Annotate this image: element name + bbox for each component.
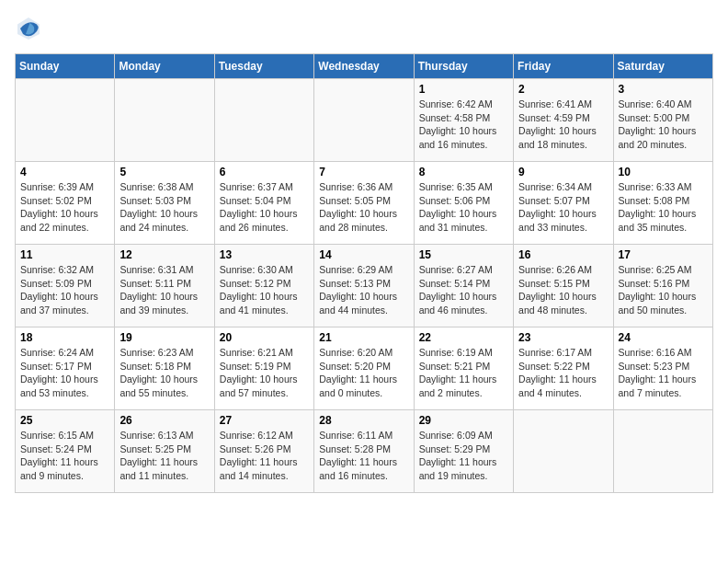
day-info: Sunrise: 6:29 AM Sunset: 5:13 PM Dayligh… (319, 263, 408, 317)
day-number: 24 (619, 331, 708, 344)
day-info: Sunrise: 6:36 AM Sunset: 5:05 PM Dayligh… (319, 180, 408, 235)
calendar-cell (16, 79, 115, 162)
calendar-cell: 19Sunrise: 6:23 AM Sunset: 5:18 PM Dayli… (115, 327, 214, 410)
day-number: 27 (220, 414, 309, 427)
calendar-cell: 26Sunrise: 6:13 AM Sunset: 5:25 PM Dayli… (115, 410, 214, 493)
calendar-header-tuesday: Tuesday (214, 54, 313, 79)
calendar-cell (214, 79, 313, 162)
calendar-header-row: SundayMondayTuesdayWednesdayThursdayFrid… (16, 54, 713, 79)
day-info: Sunrise: 6:17 AM Sunset: 5:22 PM Dayligh… (518, 346, 608, 400)
day-number: 14 (319, 248, 408, 261)
calendar-cell: 6Sunrise: 6:37 AM Sunset: 5:04 PM Daylig… (214, 162, 313, 245)
day-info: Sunrise: 6:35 AM Sunset: 5:06 PM Dayligh… (419, 180, 508, 235)
day-number: 20 (220, 331, 309, 344)
calendar-week-row: 4Sunrise: 6:39 AM Sunset: 5:02 PM Daylig… (16, 162, 713, 245)
day-info: Sunrise: 6:42 AM Sunset: 4:58 PM Dayligh… (419, 98, 508, 152)
day-number: 8 (419, 166, 508, 178)
calendar-cell: 2Sunrise: 6:41 AM Sunset: 4:59 PM Daylig… (514, 79, 613, 162)
day-info: Sunrise: 6:31 AM Sunset: 5:11 PM Dayligh… (119, 263, 209, 317)
calendar-cell: 4Sunrise: 6:39 AM Sunset: 5:02 PM Daylig… (16, 162, 115, 245)
calendar-header-thursday: Thursday (414, 54, 513, 79)
day-info: Sunrise: 6:41 AM Sunset: 4:59 PM Dayligh… (518, 98, 608, 152)
day-number: 23 (518, 331, 608, 344)
day-info: Sunrise: 6:16 AM Sunset: 5:23 PM Dayligh… (619, 346, 708, 400)
calendar-cell: 8Sunrise: 6:35 AM Sunset: 5:06 PM Daylig… (414, 162, 513, 245)
calendar-cell: 13Sunrise: 6:30 AM Sunset: 5:12 PM Dayli… (214, 245, 313, 327)
day-number: 28 (319, 414, 408, 427)
calendar-cell: 17Sunrise: 6:25 AM Sunset: 5:16 PM Dayli… (613, 245, 712, 327)
calendar-week-row: 11Sunrise: 6:32 AM Sunset: 5:09 PM Dayli… (16, 245, 713, 327)
day-number: 9 (518, 166, 608, 178)
day-info: Sunrise: 6:37 AM Sunset: 5:04 PM Dayligh… (220, 180, 309, 235)
calendar-cell: 15Sunrise: 6:27 AM Sunset: 5:14 PM Dayli… (414, 245, 513, 327)
day-info: Sunrise: 6:39 AM Sunset: 5:02 PM Dayligh… (20, 180, 109, 235)
day-info: Sunrise: 6:33 AM Sunset: 5:08 PM Dayligh… (619, 180, 708, 235)
day-number: 6 (220, 166, 309, 178)
day-number: 7 (319, 166, 408, 178)
logo-icon (15, 15, 42, 42)
day-info: Sunrise: 6:32 AM Sunset: 5:09 PM Dayligh… (20, 263, 109, 317)
calendar-cell: 21Sunrise: 6:20 AM Sunset: 5:20 PM Dayli… (314, 327, 414, 410)
calendar-week-row: 25Sunrise: 6:15 AM Sunset: 5:24 PM Dayli… (16, 410, 713, 493)
day-number: 10 (619, 166, 708, 178)
calendar-header-saturday: Saturday (613, 54, 712, 79)
calendar-cell: 18Sunrise: 6:24 AM Sunset: 5:17 PM Dayli… (16, 327, 115, 410)
day-info: Sunrise: 6:23 AM Sunset: 5:18 PM Dayligh… (119, 346, 209, 400)
calendar-header-wednesday: Wednesday (314, 54, 414, 79)
calendar-week-row: 18Sunrise: 6:24 AM Sunset: 5:17 PM Dayli… (16, 327, 713, 410)
logo (15, 15, 46, 42)
calendar-cell: 1Sunrise: 6:42 AM Sunset: 4:58 PM Daylig… (414, 79, 513, 162)
day-info: Sunrise: 6:19 AM Sunset: 5:21 PM Dayligh… (419, 346, 508, 400)
day-number: 22 (419, 331, 508, 344)
day-info: Sunrise: 6:25 AM Sunset: 5:16 PM Dayligh… (619, 263, 708, 317)
day-info: Sunrise: 6:34 AM Sunset: 5:07 PM Dayligh… (518, 180, 608, 235)
calendar-cell: 16Sunrise: 6:26 AM Sunset: 5:15 PM Dayli… (514, 245, 613, 327)
calendar-cell: 27Sunrise: 6:12 AM Sunset: 5:26 PM Dayli… (214, 410, 313, 493)
day-number: 26 (119, 414, 209, 427)
day-number: 13 (220, 248, 309, 261)
day-info: Sunrise: 6:13 AM Sunset: 5:25 PM Dayligh… (119, 429, 209, 483)
day-number: 25 (20, 414, 109, 427)
day-number: 17 (619, 248, 708, 261)
calendar-cell: 3Sunrise: 6:40 AM Sunset: 5:00 PM Daylig… (613, 79, 712, 162)
calendar-cell: 29Sunrise: 6:09 AM Sunset: 5:29 PM Dayli… (414, 410, 513, 493)
calendar-cell: 12Sunrise: 6:31 AM Sunset: 5:11 PM Dayli… (115, 245, 214, 327)
day-number: 1 (419, 83, 508, 96)
calendar-header-monday: Monday (115, 54, 214, 79)
day-info: Sunrise: 6:38 AM Sunset: 5:03 PM Dayligh… (119, 180, 209, 235)
day-number: 2 (518, 83, 608, 96)
calendar-cell: 11Sunrise: 6:32 AM Sunset: 5:09 PM Dayli… (16, 245, 115, 327)
day-info: Sunrise: 6:15 AM Sunset: 5:24 PM Dayligh… (20, 429, 109, 483)
day-number: 19 (119, 331, 209, 344)
day-number: 5 (119, 166, 209, 178)
calendar-cell (314, 79, 414, 162)
calendar-cell (613, 410, 712, 493)
day-number: 15 (419, 248, 508, 261)
day-number: 12 (119, 248, 209, 261)
calendar-cell: 10Sunrise: 6:33 AM Sunset: 5:08 PM Dayli… (613, 162, 712, 245)
day-info: Sunrise: 6:27 AM Sunset: 5:14 PM Dayligh… (419, 263, 508, 317)
day-info: Sunrise: 6:21 AM Sunset: 5:19 PM Dayligh… (220, 346, 309, 400)
calendar-cell: 22Sunrise: 6:19 AM Sunset: 5:21 PM Dayli… (414, 327, 513, 410)
calendar-cell: 7Sunrise: 6:36 AM Sunset: 5:05 PM Daylig… (314, 162, 414, 245)
calendar-cell: 28Sunrise: 6:11 AM Sunset: 5:28 PM Dayli… (314, 410, 414, 493)
calendar-cell: 9Sunrise: 6:34 AM Sunset: 5:07 PM Daylig… (514, 162, 613, 245)
day-info: Sunrise: 6:26 AM Sunset: 5:15 PM Dayligh… (518, 263, 608, 317)
day-number: 21 (319, 331, 408, 344)
day-info: Sunrise: 6:24 AM Sunset: 5:17 PM Dayligh… (20, 346, 109, 400)
calendar-cell: 5Sunrise: 6:38 AM Sunset: 5:03 PM Daylig… (115, 162, 214, 245)
calendar-table: SundayMondayTuesdayWednesdayThursdayFrid… (15, 53, 713, 493)
calendar-header-friday: Friday (514, 54, 613, 79)
calendar-cell (115, 79, 214, 162)
calendar-cell: 14Sunrise: 6:29 AM Sunset: 5:13 PM Dayli… (314, 245, 414, 327)
calendar-cell: 25Sunrise: 6:15 AM Sunset: 5:24 PM Dayli… (16, 410, 115, 493)
day-info: Sunrise: 6:12 AM Sunset: 5:26 PM Dayligh… (220, 429, 309, 483)
calendar-cell (514, 410, 613, 493)
calendar-cell: 24Sunrise: 6:16 AM Sunset: 5:23 PM Dayli… (613, 327, 712, 410)
day-number: 3 (619, 83, 708, 96)
day-number: 29 (419, 414, 508, 427)
day-info: Sunrise: 6:11 AM Sunset: 5:28 PM Dayligh… (319, 429, 408, 483)
day-info: Sunrise: 6:09 AM Sunset: 5:29 PM Dayligh… (419, 429, 508, 483)
day-info: Sunrise: 6:30 AM Sunset: 5:12 PM Dayligh… (220, 263, 309, 317)
day-number: 16 (518, 248, 608, 261)
